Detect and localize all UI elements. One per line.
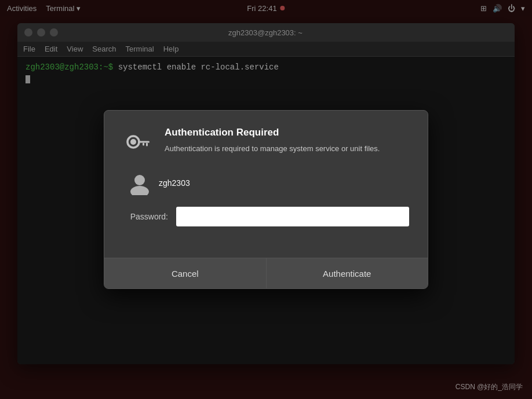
svg-rect-3 (146, 143, 148, 147)
dialog-footer: Cancel Authenticate (104, 258, 428, 288)
password-row: Password: (123, 207, 409, 226)
auth-dialog: Authentication Required Authentication i… (104, 110, 428, 289)
dialog-title: Authentication Required (165, 127, 409, 138)
user-row: zgh2303 (123, 171, 409, 195)
username-label: zgh2303 (159, 178, 190, 188)
authenticate-button[interactable]: Authenticate (267, 258, 428, 288)
dialog-content: Authentication Required Authentication i… (104, 111, 428, 244)
key-icon (123, 129, 153, 159)
password-label: Password: (127, 212, 168, 221)
password-input[interactable] (176, 207, 409, 226)
dialog-title-section: Authentication Required Authentication i… (165, 127, 409, 155)
svg-point-5 (134, 175, 145, 185)
svg-rect-4 (143, 143, 144, 146)
watermark: CSDN @好的_浩同学 (456, 382, 523, 392)
user-avatar (127, 171, 152, 195)
dialog-description: Authentication is required to manage sys… (165, 143, 409, 155)
dialog-overlay: Authentication Required Authentication i… (0, 0, 532, 399)
svg-rect-2 (138, 141, 150, 143)
svg-point-1 (130, 139, 136, 145)
dialog-header: Authentication Required Authentication i… (123, 127, 409, 159)
cancel-button[interactable]: Cancel (104, 258, 267, 288)
svg-point-6 (130, 186, 149, 195)
